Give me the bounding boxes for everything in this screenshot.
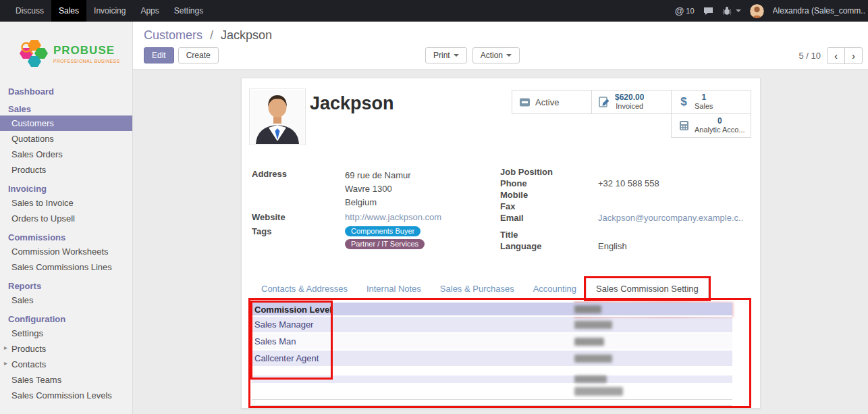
breadcrumb-customers[interactable]: Customers (144, 28, 202, 42)
person-portrait-icon (250, 90, 304, 144)
sidebar-item-label: Contacts (11, 359, 46, 369)
sidebar-item-customers[interactable]: Customers (0, 115, 132, 131)
stat-button-box: Active $620.00 Invoiced $ (512, 90, 751, 138)
tab-sales-commission-setting[interactable]: Sales Commission Setting (586, 278, 709, 299)
record-pager: 5 / 10 ‹ › (798, 47, 863, 64)
table-row-sales-manager[interactable]: Sales Manager (252, 317, 732, 334)
pager-previous-button[interactable]: ‹ (827, 47, 845, 64)
action-buttons: Print Action (425, 47, 520, 63)
pager-next-button[interactable]: › (844, 47, 863, 64)
create-button[interactable]: Create (178, 47, 219, 63)
sidebar-heading-sales[interactable]: Sales (0, 103, 132, 115)
sidebar-item-settings[interactable]: Settings (0, 326, 132, 341)
tab-accounting[interactable]: Accounting (524, 278, 586, 299)
print-dropdown[interactable]: Print (425, 47, 467, 63)
title-label: Title (500, 230, 598, 240)
address-label: Address (252, 169, 345, 209)
messaging-icon[interactable]: @ 10 (675, 5, 695, 16)
sidebar-item-sales-commission-levels[interactable]: Sales Commission Levels (0, 388, 132, 403)
tag-components-buyer[interactable]: Components Buyer (345, 226, 421, 236)
table-row-sales-man[interactable]: Sales Man (252, 334, 732, 351)
sidebar-heading-configuration[interactable]: Configuration (0, 313, 132, 326)
empty-row (252, 383, 732, 399)
user-menu[interactable]: Alexandra (Sales_comm.. (773, 6, 865, 16)
print-label: Print (433, 51, 450, 60)
sidebar-heading-invoicing[interactable]: Invoicing (0, 182, 132, 195)
job-position-label: Job Position (500, 167, 598, 177)
sidebar-item-sales-teams[interactable]: Sales Teams (0, 372, 132, 388)
website-label: Website (252, 212, 345, 222)
menu-apps[interactable]: Apps (133, 0, 166, 22)
empty-row (252, 367, 732, 376)
topbar: Discuss Sales Invoicing Apps Settings @ … (0, 0, 868, 22)
menu-invoicing[interactable]: Invoicing (86, 0, 133, 22)
sidebar-item-sales-commissions-lines[interactable]: Sales Commissions Lines (0, 259, 132, 275)
redacted-value (574, 338, 604, 346)
menu-sales[interactable]: Sales (51, 0, 86, 22)
analytic-accounts-stat-button[interactable]: 0 Analytic Acco... (671, 113, 751, 138)
record-sheet: Jackpson Active $620.00 (241, 78, 761, 409)
address-value: 69 rue de Namur Wavre 1300 Belgium (345, 169, 411, 209)
sidebar-heading-dashboard[interactable]: Dashboard (0, 85, 132, 98)
menu-discuss[interactable]: Discuss (8, 0, 51, 22)
sales-count: 1 (695, 93, 713, 102)
calculator-icon (678, 120, 690, 131)
email-link[interactable]: Jackpson@yourcompany.example.c.. (598, 213, 743, 223)
main-area: Customers / Jackpson Edit Create Print A… (133, 22, 868, 414)
phone-label: Phone (500, 178, 598, 188)
sidebar-heading-reports[interactable]: Reports (0, 280, 132, 292)
form-buttons: Edit Create (144, 47, 219, 63)
analytic-label: Analytic Acco... (695, 126, 745, 134)
sidebar-item-commission-worksheets[interactable]: Commission Worksheets (0, 244, 132, 259)
sidebar-item-config-products[interactable]: ▸Products (0, 341, 132, 357)
sidebar-item-quotations[interactable]: Quotations (0, 131, 132, 147)
active-stat-button[interactable]: Active (512, 90, 592, 114)
action-dropdown[interactable]: Action (472, 47, 520, 63)
tags-label: Tags (252, 226, 345, 249)
sidebar-item-config-contacts[interactable]: ▸Contacts (0, 357, 132, 372)
column-header-commission-level[interactable]: Commission Level (252, 303, 732, 317)
redacted-value (574, 321, 612, 329)
sidebar-heading-commissions[interactable]: Commissions (0, 231, 132, 244)
at-icon: @ (675, 5, 684, 16)
active-toggle-icon (518, 97, 531, 107)
tab-sales-purchases[interactable]: Sales & Purchases (431, 278, 524, 299)
sales-stat-button[interactable]: $ 1 Sales (671, 90, 751, 114)
customer-photo[interactable] (249, 88, 306, 145)
topbar-right: @ 10 Alexandra (Sales_comm.. (675, 0, 868, 22)
logo-hexagons-icon (18, 38, 49, 68)
sidebar-item-reports-sales[interactable]: Sales (0, 292, 132, 308)
tag-partner-it-services[interactable]: Partner / IT Services (345, 239, 425, 249)
table-row-callcenter-agent[interactable]: Callcenter Agent (252, 351, 732, 367)
dollar-icon: $ (678, 95, 690, 109)
menu-settings[interactable]: Settings (167, 0, 211, 22)
debug-menu-icon[interactable] (722, 6, 741, 16)
redacted-value (574, 355, 612, 363)
logo-subtitle: PROFESSIONAL BUSINESS (53, 59, 120, 63)
website-link[interactable]: http://www.jackpson.com (345, 212, 441, 222)
record-title: Jackpson (310, 93, 394, 114)
invoiced-stat-button[interactable]: $620.00 Invoiced (591, 90, 672, 114)
sidebar-item-sales-to-invoice[interactable]: Sales to Invoice (0, 195, 132, 211)
chat-icon[interactable] (703, 7, 713, 16)
chevron-down-icon (506, 54, 512, 57)
sidebar-nav: Dashboard Sales Customers Quotations Sal… (0, 82, 132, 403)
sidebar-item-orders-to-upsell[interactable]: Orders to Upsell (0, 211, 132, 226)
invoice-pencil-icon (598, 97, 610, 107)
tags-value: Components Buyer Partner / IT Services (345, 226, 425, 249)
breadcrumb: Customers / Jackpson (144, 28, 272, 43)
user-avatar[interactable] (750, 4, 764, 18)
sidebar-item-sales-orders[interactable]: Sales Orders (0, 147, 132, 162)
sidebar-item-products[interactable]: Products (0, 162, 132, 178)
company-logo[interactable]: PROBUSE PROFESSIONAL BUSINESS (0, 22, 132, 82)
breadcrumb-separator: / (210, 28, 213, 42)
pager-value: 5 / 10 (798, 51, 821, 61)
tab-internal-notes[interactable]: Internal Notes (357, 278, 431, 299)
tab-contacts-addresses[interactable]: Contacts & Addresses (252, 278, 357, 299)
caret-right-icon: ▸ (4, 359, 7, 367)
invoiced-amount: $620.00 (615, 93, 644, 102)
chevron-down-icon (736, 9, 741, 12)
address-line3: Belgium (345, 196, 411, 209)
edit-button[interactable]: Edit (144, 47, 174, 63)
control-panel: Customers / Jackpson Edit Create Print A… (133, 22, 868, 70)
